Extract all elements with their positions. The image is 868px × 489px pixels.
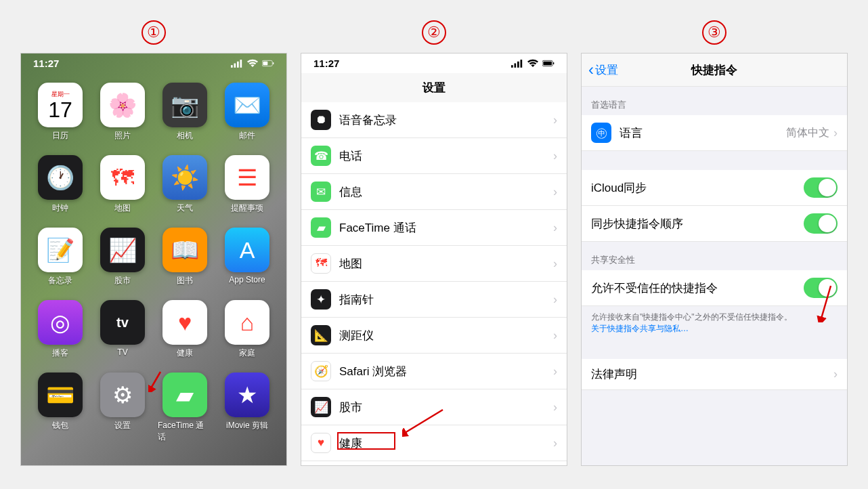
app-icon: 📖: [162, 228, 207, 272]
settings-row-信息[interactable]: ✉信息›: [301, 174, 567, 210]
app-日历[interactable]: 星期一17日历: [33, 83, 87, 142]
app-提醒事项[interactable]: ☰提醒事项: [220, 155, 274, 214]
row-language[interactable]: ㊥ 语言 简体中文 ›: [582, 115, 847, 151]
chevron-right-icon: ›: [553, 113, 557, 127]
app-label: iMovie 剪辑: [226, 420, 268, 431]
svg-rect-0: [231, 65, 233, 68]
app-设置[interactable]: ⚙设置: [95, 373, 150, 443]
app-label: 设置: [114, 420, 131, 431]
settings-row-语音备忘录[interactable]: ⏺语音备忘录›: [301, 102, 567, 138]
row-legal[interactable]: 法律声明 ›: [582, 359, 847, 390]
footer-text: 允许接收来自"快捷指令中心"之外的不受信任快捷指令。 关于快捷指令共享与隐私…: [582, 306, 847, 340]
app-label: 地图: [114, 203, 131, 214]
settings-row-Safari 浏览器[interactable]: 🧭Safari 浏览器›: [301, 354, 567, 389]
chevron-right-icon: ›: [553, 293, 557, 307]
wifi-icon: [527, 59, 539, 68]
chevron-left-icon: ‹: [588, 60, 594, 79]
app-iMovie 剪辑[interactable]: ★iMovie 剪辑: [220, 373, 274, 443]
row-icon: 🗺: [311, 253, 331, 274]
app-icon: ☀️: [162, 155, 207, 200]
app-label: 播客: [52, 347, 68, 359]
app-股市[interactable]: 📈股市: [95, 228, 150, 286]
app-钱包[interactable]: 💳钱包: [33, 373, 87, 443]
svg-rect-5: [263, 62, 267, 66]
app-图书[interactable]: 📖图书: [158, 228, 212, 286]
app-时钟[interactable]: 🕐时钟: [33, 155, 87, 214]
chevron-right-icon: ›: [553, 221, 557, 235]
privacy-link[interactable]: 关于快捷指令共享与隐私…: [591, 324, 689, 333]
app-天气[interactable]: ☀️天气: [158, 155, 212, 214]
svg-rect-14: [543, 62, 551, 66]
row-label: 允许不受信任的快捷指令: [591, 280, 804, 296]
app-label: 照片: [114, 130, 131, 142]
row-icon: ⏺: [311, 110, 331, 130]
toggle-switch[interactable]: [804, 213, 838, 234]
settings-row-股市[interactable]: 📈股市›: [301, 389, 567, 425]
app-label: 钱包: [52, 420, 68, 431]
app-播客[interactable]: ◎播客: [33, 300, 87, 359]
toggle-switch[interactable]: [804, 278, 838, 298]
app-label: 邮件: [239, 130, 255, 142]
app-邮件[interactable]: ✉️邮件: [220, 83, 274, 142]
settings-row-测距仪[interactable]: 📐测距仪›: [301, 318, 567, 354]
app-App Store[interactable]: AApp Store: [220, 228, 274, 286]
row-label: 语言: [620, 125, 786, 141]
app-icon: 🕐: [38, 155, 83, 200]
svg-rect-15: [553, 62, 554, 64]
step-badge-2: ②: [422, 20, 446, 45]
back-button[interactable]: ‹设置: [588, 60, 618, 79]
chevron-right-icon: ›: [553, 328, 557, 343]
app-icon: ☰: [225, 155, 269, 200]
app-备忘录[interactable]: 📝备忘录: [33, 228, 87, 286]
app-TV[interactable]: tvTV: [95, 300, 150, 359]
app-label: 备忘录: [48, 275, 72, 286]
row-label: 健康: [339, 435, 553, 451]
row-icloud-sync[interactable]: iCloud同步: [582, 170, 847, 206]
app-label: 提醒事项: [231, 203, 263, 214]
app-icon: ⌂: [225, 300, 269, 345]
svg-rect-6: [273, 62, 274, 64]
app-健康[interactable]: ♥健康: [158, 300, 212, 359]
chevron-right-icon: ›: [833, 126, 838, 140]
settings-row-电话[interactable]: ☎电话›: [301, 138, 567, 174]
battery-icon: [262, 59, 274, 68]
app-icon: ★: [225, 373, 269, 417]
status-icons: [231, 59, 274, 68]
status-bar: 11:27: [21, 54, 286, 73]
app-icon: ▰: [162, 373, 207, 417]
row-sync-order[interactable]: 同步快捷指令顺序: [582, 206, 847, 242]
phone-shortcuts-settings: ‹设置 快捷指令 首选语言 ㊥ 语言 简体中文 › iCloud同步 同步快捷指…: [581, 53, 848, 466]
settings-row-健康[interactable]: ♥健康›: [301, 425, 567, 461]
row-label: iCloud同步: [591, 180, 804, 196]
row-icon: 📈: [311, 397, 331, 417]
settings-row-指南针[interactable]: ✦指南针›: [301, 282, 567, 318]
app-label: 日历: [52, 130, 68, 142]
app-地图[interactable]: 🗺地图: [95, 155, 150, 214]
settings-row-地图[interactable]: 🗺地图›: [301, 246, 567, 282]
settings-title: 设置: [301, 73, 567, 102]
row-allow-untrusted[interactable]: 允许不受信任的快捷指令: [582, 270, 847, 306]
app-label: FaceTime 通话: [158, 420, 212, 443]
settings-row-快捷指令[interactable]: ◆快捷指令›: [301, 461, 567, 466]
row-icon: ✦: [311, 289, 331, 310]
signal-icon: [511, 59, 523, 68]
app-icon: ◎: [38, 300, 83, 345]
row-icon: ✉: [311, 182, 331, 202]
svg-rect-12: [521, 60, 523, 68]
back-label: 设置: [595, 62, 618, 78]
app-相机[interactable]: 📷相机: [158, 83, 212, 142]
settings-row-FaceTime 通话[interactable]: ▰FaceTime 通话›: [301, 210, 567, 246]
app-icon: 📷: [162, 83, 207, 127]
step-badge-1: ①: [142, 20, 166, 45]
app-FaceTime 通话[interactable]: ▰FaceTime 通话: [158, 373, 212, 443]
app-icon: 💳: [38, 373, 83, 417]
app-icon: 📝: [38, 228, 83, 272]
app-家庭[interactable]: ⌂家庭: [220, 300, 274, 359]
footer-desc: 允许接收来自"快捷指令中心"之外的不受信任快捷指令。: [591, 312, 792, 322]
app-icon: tv: [100, 300, 145, 345]
toggle-switch[interactable]: [804, 177, 838, 198]
phone-settings: 11:27 设置 ⏺语音备忘录›☎电话›✉信息›▰FaceTime 通话›🗺地图…: [301, 53, 567, 466]
svg-rect-2: [237, 62, 239, 68]
app-icon: 🗺: [100, 155, 145, 200]
app-照片[interactable]: 🌸照片: [95, 83, 150, 142]
